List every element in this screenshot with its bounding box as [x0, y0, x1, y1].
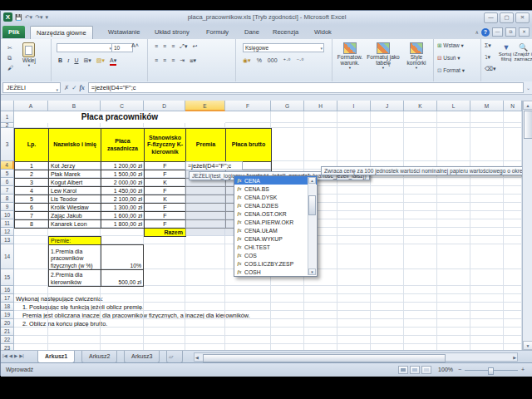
table-cell[interactable]: 3: [15, 179, 49, 187]
find-select-button[interactable]: 🔍 Znajdź i zaznacz: [515, 43, 531, 62]
table-cell[interactable]: 1 800,00 zł: [101, 220, 145, 229]
insert-sheet-tab[interactable]: ▱: [166, 351, 183, 363]
cell-K1[interactable]: [404, 111, 437, 123]
column-header-A[interactable]: A: [14, 101, 48, 111]
insert-cells-button[interactable]: ⊞ Wstaw ▾: [437, 42, 464, 49]
autocomplete-item-CHI.TEST[interactable]: fxCHI.TEST: [234, 243, 317, 251]
insert-function-icon[interactable]: fx: [80, 84, 85, 91]
cell-H1[interactable]: [304, 111, 337, 123]
tab-dane[interactable]: Dane: [239, 26, 265, 38]
cell-I21[interactable]: [337, 328, 371, 336]
table-cell[interactable]: 2 000,00 zł: [101, 179, 145, 187]
zoom-in-icon[interactable]: +: [521, 367, 525, 373]
align-middle-icon[interactable]: ≡: [163, 43, 166, 50]
table-cell[interactable]: 1 600,00 zł: [101, 212, 145, 220]
table-cell[interactable]: 8: [15, 220, 49, 229]
cell-N10[interactable]: [504, 211, 522, 219]
font-size-combo[interactable]: 10: [111, 43, 133, 52]
cell-B19[interactable]: [48, 311, 101, 319]
cell-L3[interactable]: [437, 128, 470, 161]
bold-button[interactable]: B: [58, 57, 62, 66]
cell-I7[interactable]: [337, 186, 371, 195]
cell-H23[interactable]: [304, 344, 337, 350]
cell-H18[interactable]: [304, 303, 337, 311]
cell-N12[interactable]: [504, 228, 522, 236]
cell-C12[interactable]: [101, 228, 144, 236]
cell-K19[interactable]: [404, 311, 437, 319]
row-header-17[interactable]: 17: [1, 294, 14, 303]
minimize-button[interactable]: —: [484, 12, 498, 23]
formula-input[interactable]: =jeżeli(D4="F";c: [88, 82, 524, 93]
row-header-23[interactable]: 23: [1, 344, 14, 350]
cell-L22[interactable]: [437, 336, 470, 344]
cell-D19[interactable]: [144, 311, 185, 319]
cell-K10[interactable]: [404, 211, 437, 219]
cut-icon[interactable]: ✂: [7, 44, 12, 52]
cell-L10[interactable]: [437, 211, 470, 219]
cell-A18[interactable]: [14, 303, 48, 311]
table-cell[interactable]: Królik Wiesław: [49, 204, 101, 212]
cell-I14[interactable]: [337, 244, 371, 269]
cell-F18[interactable]: [225, 303, 271, 311]
paste-button[interactable]: Wklej▾: [22, 42, 36, 67]
cell-N11[interactable]: [504, 219, 522, 228]
align-center-icon[interactable]: ≡: [163, 57, 166, 64]
cell-A19[interactable]: [14, 311, 48, 319]
cell-C21[interactable]: [101, 328, 144, 336]
cell-J19[interactable]: [371, 311, 404, 319]
table-header-5[interactable]: Płaca brutto: [226, 129, 272, 162]
row-header-12[interactable]: 12: [1, 228, 14, 236]
column-header-N[interactable]: N: [504, 101, 522, 111]
format-painter-icon[interactable]: 🖌: [7, 64, 13, 71]
row-header-11[interactable]: 11: [1, 219, 14, 228]
premie-row2-label[interactable]: 2.Premia dla kierowników: [49, 270, 101, 287]
cell-N14[interactable]: [504, 244, 522, 269]
cell-J1[interactable]: [371, 111, 404, 123]
column-header-C[interactable]: C: [101, 101, 144, 111]
premie-row1-value[interactable]: 10%: [101, 245, 144, 270]
align-top-icon[interactable]: ≡: [155, 43, 158, 50]
cell-G20[interactable]: [271, 319, 304, 328]
cell-K17[interactable]: [404, 294, 437, 303]
table-cell[interactable]: F: [145, 187, 186, 195]
delete-cells-button[interactable]: ⊟ Usuń ▾: [437, 55, 461, 62]
column-header-G[interactable]: G: [271, 101, 304, 111]
cell-A13[interactable]: [14, 236, 48, 244]
cell-J9[interactable]: [371, 203, 404, 211]
cell-M19[interactable]: [470, 311, 504, 319]
autocomplete-item-CENA.DZIES[interactable]: fxCENA.DZIES: [234, 201, 317, 209]
cell-M11[interactable]: [470, 219, 504, 228]
cell-K16[interactable]: [404, 286, 437, 294]
cell-N16[interactable]: [504, 286, 522, 294]
cell-A15[interactable]: [14, 269, 48, 286]
cell-K22[interactable]: [404, 336, 437, 344]
cell-H3[interactable]: [304, 128, 337, 161]
name-box[interactable]: JEŻELI▾: [2, 82, 61, 93]
column-header-J[interactable]: J: [371, 101, 404, 111]
cell-B23[interactable]: [48, 344, 101, 350]
zoom-slider[interactable]: − +: [458, 367, 525, 373]
cell-C19[interactable]: [101, 311, 144, 319]
cell-A14[interactable]: [14, 244, 48, 269]
cell-E16[interactable]: [185, 286, 225, 294]
scroll-up-icon[interactable]: ▲: [523, 101, 532, 110]
cell-N8[interactable]: [504, 195, 522, 203]
cell-B18[interactable]: [48, 303, 101, 311]
cell-D20[interactable]: [144, 319, 185, 328]
cell-N13[interactable]: [504, 236, 522, 244]
cell-L17[interactable]: [437, 294, 470, 303]
autocomplete-item-COSH[interactable]: fxCOSH: [234, 268, 317, 276]
cell-D14[interactable]: [144, 244, 185, 269]
table-cell[interactable]: F: [145, 162, 186, 170]
scroll-up-icon[interactable]: ▲: [308, 177, 316, 184]
horizontal-scroll-thumb[interactable]: [203, 354, 446, 362]
table-cell[interactable]: Kot Jerzy: [49, 162, 101, 170]
sheet-tab-arkusz2[interactable]: Arkusz2: [81, 351, 117, 363]
cell-M1[interactable]: [470, 111, 504, 123]
cell-J15[interactable]: [371, 269, 404, 286]
cell-L21[interactable]: [437, 328, 470, 336]
row-header-10[interactable]: 10: [1, 211, 14, 219]
cell-G21[interactable]: [271, 328, 304, 336]
cell-M23[interactable]: [470, 344, 504, 350]
align-left-icon[interactable]: ≡: [155, 57, 158, 64]
